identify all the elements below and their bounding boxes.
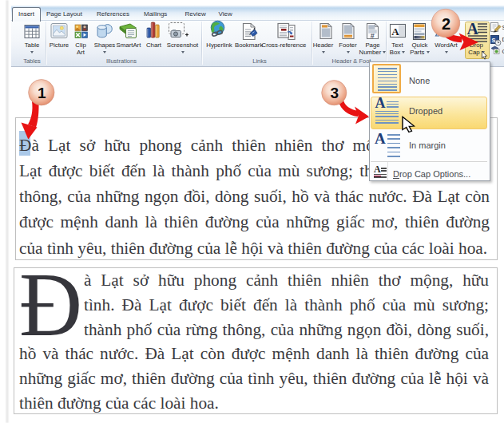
svg-text:1: 1: [38, 85, 46, 101]
svg-text:3: 3: [331, 85, 339, 101]
svg-text:2: 2: [442, 15, 450, 33]
